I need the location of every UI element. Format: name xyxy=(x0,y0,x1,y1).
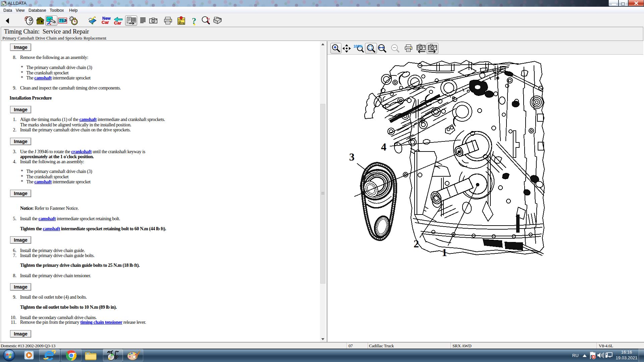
svg-text:0: 0 xyxy=(64,19,67,23)
svg-text:?: ? xyxy=(192,16,196,25)
svg-text:Car: Car xyxy=(114,20,121,25)
svg-text:A: A xyxy=(206,16,209,20)
svg-text:4: 4 xyxy=(381,141,386,153)
svg-text:2: 2 xyxy=(414,238,419,250)
svg-text:NOTE: NOTE xyxy=(178,22,185,24)
svg-text:Z: Z xyxy=(207,20,209,23)
svg-text:3: 3 xyxy=(349,151,355,163)
svg-text:Car: Car xyxy=(102,20,109,24)
svg-text:1: 1 xyxy=(442,246,447,258)
